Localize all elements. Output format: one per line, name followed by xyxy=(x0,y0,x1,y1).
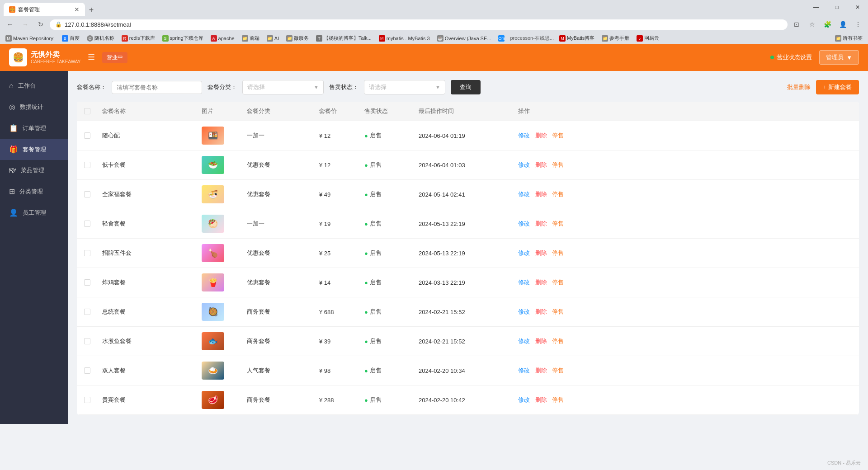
maximize-button[interactable]: □ xyxy=(826,0,847,14)
row-last-time: 2024-02-20 10:42 xyxy=(419,397,518,404)
edit-button[interactable]: 修改 xyxy=(518,249,530,256)
row-status: ● 启售 xyxy=(364,308,419,316)
delete-button[interactable]: 删除 xyxy=(535,308,547,315)
bookmark-apache[interactable]: A apache xyxy=(209,34,236,42)
edit-button[interactable]: 修改 xyxy=(518,220,530,227)
bookmark-processon[interactable]: Om xyxy=(496,34,506,42)
delete-button[interactable]: 删除 xyxy=(535,279,547,286)
stop-sale-button[interactable]: 停售 xyxy=(552,191,564,197)
tab-close-button[interactable]: ✕ xyxy=(74,6,80,13)
bookmark-redis[interactable]: R redis下载库 xyxy=(120,34,157,42)
delete-button[interactable]: 删除 xyxy=(535,338,547,344)
row-actions: 修改 删除 停售 xyxy=(518,367,599,375)
row-checkbox[interactable] xyxy=(84,397,102,403)
edit-button[interactable]: 修改 xyxy=(518,191,530,197)
delete-button[interactable]: 删除 xyxy=(535,396,547,403)
stop-sale-button[interactable]: 停售 xyxy=(552,132,564,139)
row-checkbox[interactable] xyxy=(84,132,102,139)
delete-button[interactable]: 删除 xyxy=(535,191,547,197)
sidebar-item-setmeal[interactable]: 🎁 套餐管理 xyxy=(0,139,68,160)
minimize-button[interactable]: — xyxy=(806,0,826,14)
orders-icon: 📋 xyxy=(9,124,18,132)
sidebar-item-workbench[interactable]: ⌂ 工作台 xyxy=(0,75,68,96)
edit-button[interactable]: 修改 xyxy=(518,279,530,286)
search-button[interactable]: 查询 xyxy=(451,80,481,94)
bookmark-ai[interactable]: 📁 AI xyxy=(265,34,281,42)
stop-sale-button[interactable]: 停售 xyxy=(552,367,564,374)
row-checkbox[interactable] xyxy=(84,367,102,374)
forward-button[interactable]: → xyxy=(19,18,32,31)
delete-button[interactable]: 删除 xyxy=(535,249,547,256)
close-button[interactable]: ✕ xyxy=(847,0,868,14)
row-checkbox[interactable] xyxy=(84,338,102,344)
stop-sale-button[interactable]: 停售 xyxy=(552,161,564,168)
edit-button[interactable]: 修改 xyxy=(518,132,530,139)
sidebar-item-employees[interactable]: 👤 员工管理 xyxy=(0,202,68,223)
business-status-setting[interactable]: 营业状态设置 xyxy=(770,53,812,61)
row-checkbox[interactable] xyxy=(84,250,102,256)
delete-button[interactable]: 删除 xyxy=(535,132,547,139)
filter-status-select[interactable]: 请选择 ▼ xyxy=(364,80,445,94)
bookmark-button[interactable]: ☆ xyxy=(806,18,818,31)
edit-button[interactable]: 修改 xyxy=(518,161,530,168)
bookmark-random[interactable]: ⊙ 随机名称 xyxy=(85,34,116,42)
bookmark-baidu[interactable]: B 百度 xyxy=(60,34,81,42)
stop-sale-button[interactable]: 停售 xyxy=(552,279,564,286)
delete-button[interactable]: 删除 xyxy=(535,220,547,227)
new-tab-button[interactable]: + xyxy=(85,4,98,16)
sidebar-item-dishes[interactable]: 🍽 菜品管理 xyxy=(0,160,68,181)
row-checkbox[interactable] xyxy=(84,191,102,197)
cast-button[interactable]: ⊡ xyxy=(790,18,803,31)
bookmark-blog[interactable]: T 【杨校的博客】Talk... xyxy=(314,34,373,42)
stop-sale-button[interactable]: 停售 xyxy=(552,338,564,344)
bookmark-frontend[interactable]: 📁 前端 xyxy=(240,34,261,42)
status-arrow-icon: ▼ xyxy=(435,85,440,90)
extensions-button[interactable]: 🧩 xyxy=(821,18,834,31)
edit-button[interactable]: 修改 xyxy=(518,396,530,403)
filter-category-select[interactable]: 请选择 ▼ xyxy=(242,80,324,94)
bookmark-manual[interactable]: 📁 参考手册 xyxy=(600,34,631,42)
row-price: ¥ 288 xyxy=(319,397,364,404)
row-checkbox[interactable] xyxy=(84,162,102,168)
address-bar[interactable]: 🔒 127.0.0.1:8888/#/setmeal xyxy=(50,19,788,30)
row-name: 水煮鱼套餐 xyxy=(102,337,202,345)
add-setmeal-button[interactable]: + 新建套餐 xyxy=(816,80,859,94)
reload-button[interactable]: ↻ xyxy=(34,18,47,31)
bookmark-java[interactable]: ☕ Overview (Java SE... xyxy=(435,34,493,42)
bookmark-maven[interactable]: M Maven Repository: xyxy=(4,34,57,42)
account-button[interactable]: 👤 xyxy=(836,18,849,31)
delete-button[interactable]: 删除 xyxy=(535,367,547,374)
edit-button[interactable]: 修改 xyxy=(518,367,530,374)
delete-button[interactable]: 删除 xyxy=(535,161,547,168)
batch-delete-button[interactable]: 批量删除 xyxy=(787,83,811,91)
admin-dropdown[interactable]: 管理员 ▼ xyxy=(819,50,859,65)
table-header: 套餐名称 图片 套餐分类 套餐价 售卖状态 最后操作时间 操作 xyxy=(77,102,859,121)
stop-sale-button[interactable]: 停售 xyxy=(552,396,564,403)
browser-tab[interactable]: 🍔 套餐管理 ✕ xyxy=(4,3,85,16)
setmeal-icon: 🎁 xyxy=(9,145,18,154)
bookmark-mybatis-blog[interactable]: M MyBatis博客 xyxy=(557,34,596,42)
menu-button[interactable]: ⋮ xyxy=(852,18,864,31)
filter-name-input[interactable] xyxy=(112,81,202,94)
sidebar-item-categories[interactable]: ⊞ 分类管理 xyxy=(0,181,68,202)
bookmark-mybatis[interactable]: M mybatis - MyBatis 3 xyxy=(377,34,432,42)
stop-sale-button[interactable]: 停售 xyxy=(552,220,564,227)
stop-sale-button[interactable]: 停售 xyxy=(552,249,564,256)
row-checkbox[interactable] xyxy=(84,309,102,315)
statistics-icon: ◎ xyxy=(9,103,15,111)
back-button[interactable]: ← xyxy=(4,18,16,31)
row-checkbox[interactable] xyxy=(84,221,102,227)
bookmark-microservice[interactable]: 📁 微服务 xyxy=(284,34,311,42)
bookmark-all[interactable]: 📁 所有书签 xyxy=(833,34,864,42)
row-checkbox[interactable] xyxy=(84,279,102,286)
bookmark-spring[interactable]: S spring下载仓库 xyxy=(160,34,205,42)
bookmark-netease[interactable]: ♪ 网易云 xyxy=(635,34,661,42)
edit-button[interactable]: 修改 xyxy=(518,308,530,315)
stop-sale-button[interactable]: 停售 xyxy=(552,308,564,315)
status-button[interactable]: 营业中 xyxy=(102,52,127,63)
header-menu-icon[interactable]: ☰ xyxy=(88,52,95,62)
edit-button[interactable]: 修改 xyxy=(518,338,530,344)
sidebar-item-statistics[interactable]: ◎ 数据统计 xyxy=(0,96,68,118)
sidebar-item-orders[interactable]: 📋 订单管理 xyxy=(0,118,68,139)
header-checkbox[interactable] xyxy=(84,108,102,114)
